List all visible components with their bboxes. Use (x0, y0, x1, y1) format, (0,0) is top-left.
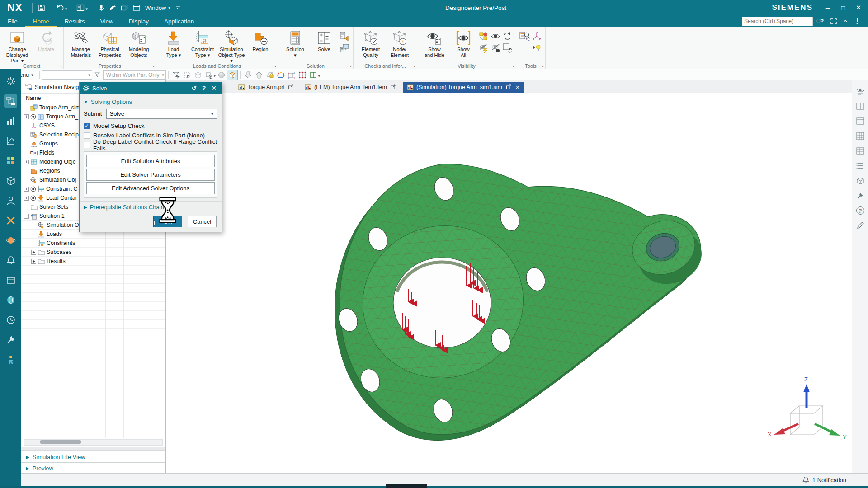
table-small-icon[interactable] (856, 146, 865, 155)
analysis-monitor-icon[interactable] (339, 42, 350, 54)
ribbon-button-manage-materials[interactable]: Manage Materials (66, 28, 95, 58)
document-tab[interactable]: (Simulation) Torque Arm_sim1.sim ✕ (403, 82, 524, 93)
orange-tool-icon[interactable] (4, 214, 17, 227)
ribbon-button-constraint-type[interactable]: Constraint Type ▾ (188, 28, 217, 58)
clock-icon[interactable] (4, 313, 17, 326)
graphics-viewport[interactable]: Z X Y (166, 93, 852, 473)
maximize-button[interactable]: □ (835, 0, 851, 15)
prerequisite-chain-section[interactable]: ▶ Prerequisite Solutions Chain (84, 202, 217, 212)
visibility-eye-icon[interactable] (30, 195, 36, 201)
view-options-icon[interactable] (856, 87, 865, 96)
swap-visibility-icon[interactable] (501, 30, 513, 42)
window-menu[interactable]: Window ▾ (145, 5, 170, 11)
ribbon-button-load-type[interactable]: Load Type ▾ (159, 28, 188, 58)
selection-scope-combo[interactable]: Within Work Part Only▾ (103, 70, 166, 80)
solve-manage-icon[interactable] (339, 30, 350, 42)
document-tab[interactable]: Torque Arm.prt (234, 82, 298, 93)
checkbox-row[interactable]: ✓ Model Setup Check (84, 121, 217, 131)
dialog-button-edit-solution-attributes[interactable]: Edit Solution Attributes (86, 155, 215, 167)
menu-results[interactable]: Results (57, 15, 93, 27)
menu-display[interactable]: Display (121, 15, 156, 27)
close-button[interactable]: ✕ (851, 0, 866, 15)
dialog-titlebar[interactable]: Solve ↺ ? ✕ (80, 82, 222, 94)
grid-small-icon[interactable] (856, 131, 865, 141)
scrollbar-thumb[interactable] (40, 440, 81, 444)
gear-icon[interactable] (4, 75, 17, 88)
ribbon-button-show-and-hide[interactable]: Show and Hide (420, 28, 449, 58)
ribbon-button-show-all[interactable]: Show All (449, 28, 478, 58)
popout-icon[interactable] (505, 84, 512, 90)
menu-view[interactable]: View (93, 15, 121, 27)
expander-plus-icon[interactable]: + (24, 160, 29, 164)
ribbon-button-simulation-object-type[interactable]: Simulation Object Type ▾ (217, 28, 246, 64)
collapse-ribbon-icon[interactable] (840, 16, 851, 27)
ribbon-button-solve-[interactable]: Solve (310, 28, 339, 52)
search-box[interactable] (742, 17, 813, 26)
notification-area[interactable]: 1 Notification (802, 476, 846, 483)
hide-lightning-icon[interactable] (478, 42, 490, 54)
magnet-icon[interactable] (182, 70, 192, 80)
touch-mode-icon[interactable] (107, 2, 119, 14)
panel-section-preview[interactable]: ▶ Preview (21, 462, 165, 474)
dialog-button-edit-advanced-solver-options[interactable]: Edit Advanced Solver Options (86, 182, 215, 194)
post-processing-icon[interactable] (4, 114, 17, 127)
panel-icon[interactable] (856, 117, 865, 126)
idea-icon[interactable] (531, 42, 542, 54)
tree-item[interactable]: Constraints (21, 239, 165, 248)
ribbon-button-region-[interactable]: Region (246, 28, 275, 52)
horizontal-scrollbar[interactable] (24, 439, 163, 446)
datum-plus-icon[interactable] (204, 70, 214, 80)
microphone-icon[interactable] (95, 2, 107, 14)
selection-filter-combo[interactable]: ▾ (42, 70, 92, 80)
checkbox-icon[interactable]: ✓ (84, 123, 90, 129)
mesh-red-icon[interactable] (297, 70, 307, 80)
menu-file[interactable]: File (0, 15, 25, 27)
show-only-icon[interactable] (490, 30, 501, 42)
expander-minus-icon[interactable]: − (24, 214, 29, 219)
split-window-icon[interactable] (856, 102, 865, 111)
tree-item[interactable]: +Results (21, 257, 165, 266)
select-filter-icon[interactable] (171, 70, 181, 80)
menu-home[interactable]: Home (25, 15, 57, 27)
help-circle-icon[interactable]: ? (856, 206, 865, 215)
cancel-button[interactable]: Cancel (188, 216, 217, 227)
alert-icon[interactable] (852, 16, 863, 27)
demote-icon[interactable] (243, 70, 253, 80)
panel-resize-bar[interactable] (21, 447, 165, 451)
color-palette-icon[interactable] (276, 70, 286, 80)
visibility-eye-icon[interactable] (30, 114, 36, 120)
reset-icon[interactable]: ↺ (189, 83, 199, 93)
layout-refresh-icon[interactable] (501, 42, 513, 54)
promote-icon[interactable] (254, 70, 264, 80)
expander-plus-icon[interactable]: + (24, 187, 29, 192)
collapse-titlebar-icon[interactable] (172, 2, 184, 14)
tree-item[interactable]: +Subcases (21, 248, 165, 257)
dialog-button-edit-solver-parameters[interactable]: Edit Solver Parameters (86, 169, 215, 181)
ribbon-button-change-displayed-part[interactable]: Change Displayed Part ▾ (3, 28, 32, 64)
box-icon[interactable] (4, 273, 17, 286)
expander-plus-icon[interactable]: + (24, 196, 29, 201)
color-grid-icon[interactable] (4, 154, 17, 167)
popout-icon[interactable] (390, 84, 396, 90)
help-icon[interactable]: ? (199, 83, 209, 93)
hide-percent-icon[interactable] (490, 42, 501, 54)
box-small-icon[interactable] (856, 176, 865, 185)
simulation-navigator-icon[interactable] (4, 94, 17, 108)
list-small-icon[interactable] (856, 161, 865, 170)
tool-small-icon[interactable] (856, 191, 865, 200)
search-input[interactable] (742, 18, 816, 24)
new-window-icon[interactable] (131, 2, 142, 14)
cube-icon[interactable] (4, 174, 17, 187)
ribbon-button-update-[interactable]: Update (32, 28, 61, 52)
save-icon[interactable] (36, 2, 47, 14)
measure-icon[interactable] (531, 30, 542, 42)
menu-application[interactable]: Application (156, 15, 202, 27)
ribbon-button-modeling-objects[interactable]: Modeling Objects (124, 28, 153, 58)
visibility-eye-icon[interactable] (30, 186, 36, 192)
mesh-green-icon[interactable] (308, 70, 318, 80)
solving-options-section[interactable]: ▼ Solving Options (84, 96, 217, 107)
ribbon-button-element-quality[interactable]: Element Quality (356, 28, 385, 58)
cascade-windows-icon[interactable] (119, 2, 131, 14)
xy-function-icon[interactable] (4, 134, 17, 147)
popout-icon[interactable] (288, 84, 294, 90)
